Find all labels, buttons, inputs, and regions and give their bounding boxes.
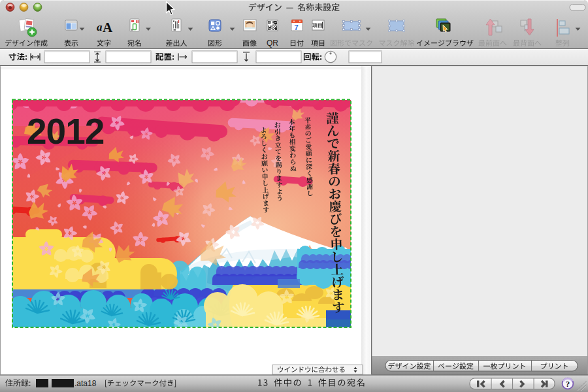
svg-text:A: A (103, 20, 113, 35)
svg-text:QR: QR (267, 39, 278, 48)
svg-text:7: 7 (295, 24, 299, 31)
svg-text:.ata18: .ata18 (74, 379, 97, 388)
svg-text:a: a (97, 21, 103, 33)
svg-text:2012: 2012 (27, 111, 104, 152)
svg-text:?: ? (566, 379, 570, 389)
